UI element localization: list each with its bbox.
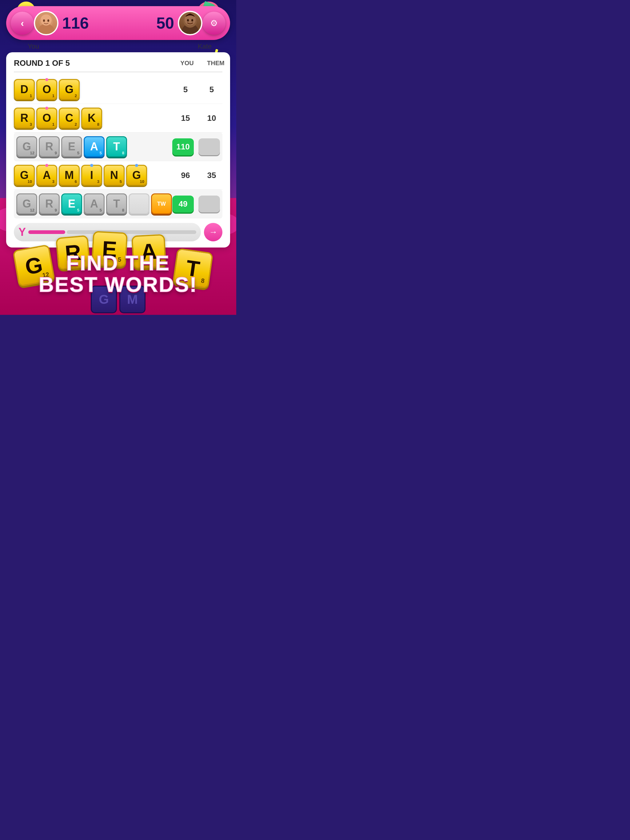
score-them: 50 bbox=[156, 14, 174, 32]
tiles-gaming: G 10 A 3 M 6 I 3 N 5 G bbox=[14, 165, 175, 186]
score-you-great2: 49 bbox=[172, 196, 194, 212]
scores-dog: 5 5 bbox=[175, 81, 222, 98]
tiles-great1: G 12 R 9 E 5 A 5 T 8 bbox=[16, 136, 172, 157]
word-row-dog: D 1 O 1 G 2 5 5 bbox=[14, 75, 222, 104]
input-empty-bar bbox=[67, 230, 196, 234]
tile-tw: TW bbox=[151, 193, 172, 214]
score-them-gaming: 35 bbox=[201, 167, 222, 184]
tile-A-gray: A 5 bbox=[84, 193, 104, 214]
header-bar: ‹ 116 50 bbox=[6, 6, 230, 40]
tile-T-gray: T 8 bbox=[106, 193, 127, 214]
svg-point-8 bbox=[187, 19, 189, 22]
score-you-gaming: 96 bbox=[175, 167, 196, 184]
tiles-great2: G 12 R 9 E 5 A 5 T 8 TW bbox=[16, 193, 172, 214]
tiles-rock: R 3 O 1 C 2 K 8 bbox=[14, 107, 175, 128]
score-them-great2 bbox=[198, 196, 220, 212]
tile-O: O 1 bbox=[36, 79, 57, 100]
player-you-section: 116 bbox=[34, 11, 89, 35]
score-you-great1: 110 bbox=[172, 138, 194, 155]
player-labels: You Kate bbox=[6, 43, 230, 51]
score-them-great1 bbox=[198, 138, 220, 155]
submit-button[interactable]: → bbox=[204, 223, 222, 242]
score-you-dog: 5 bbox=[175, 81, 196, 98]
tile-R: R 3 bbox=[14, 107, 35, 128]
svg-point-4 bbox=[47, 19, 49, 22]
tile-N: N 5 bbox=[104, 165, 125, 186]
word-row-gaming: G 10 A 3 M 6 I 3 N 5 G bbox=[14, 161, 222, 190]
player-them-section: 50 bbox=[156, 11, 203, 35]
tile-T-teal: T 8 bbox=[106, 136, 127, 157]
label-you: You bbox=[28, 43, 39, 51]
tile-empty bbox=[128, 193, 149, 214]
tile-G-gray: G 12 bbox=[16, 136, 37, 157]
avatar-you bbox=[34, 11, 59, 35]
col-them-header: THEM bbox=[207, 60, 222, 67]
round-title: ROUND 1 OF 5 bbox=[14, 58, 70, 68]
tile-D: D 1 bbox=[14, 79, 35, 100]
avatar-you-face bbox=[35, 12, 57, 34]
tile-E-teal: E 5 bbox=[61, 193, 82, 214]
score-them-rock: 10 bbox=[201, 110, 222, 127]
tile-M: M 6 bbox=[59, 165, 80, 186]
settings-button[interactable]: ⚙ bbox=[203, 12, 225, 35]
avatar-them-face bbox=[179, 12, 201, 34]
score-you-rock: 15 bbox=[175, 110, 196, 127]
word-row-great2: G 12 R 9 E 5 A 5 T 8 TW bbox=[14, 190, 222, 218]
tile-E-gray: E 5 bbox=[61, 136, 82, 157]
tagline: FIND THE BEST WORDS! bbox=[0, 251, 236, 297]
col-headers: YOU THEM bbox=[179, 60, 222, 67]
round-header: ROUND 1 OF 5 YOU THEM bbox=[14, 58, 222, 72]
tiles-dog: D 1 O 1 G 2 bbox=[14, 79, 175, 100]
scores-great1: 110 bbox=[172, 138, 220, 155]
back-icon: ‹ bbox=[21, 17, 24, 29]
tagline-line2: BEST WORDS! bbox=[0, 272, 236, 297]
word-row-rock: R 3 O 1 C 2 K 8 15 10 bbox=[14, 104, 222, 133]
back-button[interactable]: ‹ bbox=[11, 12, 34, 35]
tagline-line1: FIND THE bbox=[0, 251, 236, 275]
score-them-dog: 5 bbox=[201, 81, 222, 98]
avatar-them bbox=[178, 11, 203, 35]
input-filled-bar bbox=[28, 230, 65, 234]
dot-indicator-blue bbox=[90, 164, 93, 167]
label-them: Kate bbox=[198, 43, 212, 51]
game-card: ROUND 1 OF 5 YOU THEM D 1 O 1 G 2 5 5 bbox=[6, 52, 230, 248]
tile-G-gray2: G 12 bbox=[16, 193, 37, 214]
tile-G: G 2 bbox=[59, 79, 80, 100]
tile-C: C 2 bbox=[59, 107, 80, 128]
tile-K: K 8 bbox=[81, 107, 102, 128]
col-you-header: YOU bbox=[179, 60, 195, 67]
tile-G2: G 10 bbox=[14, 165, 35, 186]
tile-G3: G 10 bbox=[126, 165, 147, 186]
score-you: 116 bbox=[62, 14, 89, 32]
dot-indicator bbox=[45, 78, 48, 81]
gear-icon: ⚙ bbox=[210, 18, 218, 28]
tile-A-blue: A 5 bbox=[84, 136, 104, 157]
word-row-great1: G 12 R 9 E 5 A 5 T 8 110 bbox=[14, 133, 222, 161]
input-letter-y: Y bbox=[19, 226, 26, 238]
svg-point-9 bbox=[192, 19, 193, 22]
tile-O2: O 1 bbox=[36, 107, 57, 128]
scores-great2: 49 bbox=[172, 196, 220, 212]
dot-indicator-blue2 bbox=[135, 164, 138, 167]
dot-indicator bbox=[45, 107, 48, 110]
scores-rock: 15 10 bbox=[175, 110, 222, 127]
tile-A2: A 3 bbox=[36, 165, 57, 186]
tile-I: I 3 bbox=[81, 165, 102, 186]
arrow-icon: → bbox=[209, 227, 217, 237]
svg-point-3 bbox=[43, 19, 45, 22]
tile-R-gray: R 9 bbox=[39, 136, 60, 157]
tile-R-gray2: R 9 bbox=[39, 193, 60, 214]
dot-indicator bbox=[45, 164, 48, 167]
scores-gaming: 96 35 bbox=[175, 167, 222, 184]
